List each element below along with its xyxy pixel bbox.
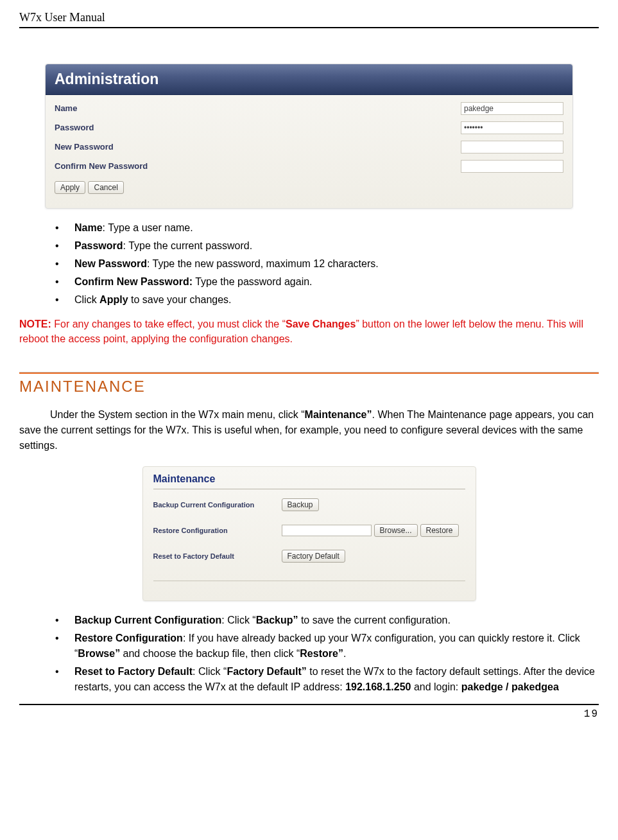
backup-button[interactable]: Backup [282,498,319,511]
confirm-password-label: Confirm New Password [55,161,461,172]
maintenance-bullet-list: Backup Current Configuration: Click “Bac… [55,613,599,695]
maintenance-divider [153,581,465,581]
maintenance-panel: Maintenance Backup Current Configuration… [142,466,476,601]
section-rule [19,372,599,374]
factory-default-label: Reset to Factory Default [153,552,282,561]
confirm-password-input[interactable] [461,160,563,173]
list-item: Name: Type a user name. [55,220,599,236]
page-header: W7x User Manual [19,9,599,28]
list-item: Click Apply to save your changes. [55,292,599,308]
cancel-button[interactable]: Cancel [88,181,123,194]
restore-button[interactable]: Restore [420,524,459,537]
section-title-maintenance: MAINTENANCE [19,376,599,397]
factory-default-button[interactable]: Factory Default [282,550,345,563]
list-item: Backup Current Configuration: Click “Bac… [55,613,599,628]
note-paragraph: NOTE: For any changes to take effect, yo… [19,317,599,346]
administration-panel: Administration Name Password New Passwor… [45,64,573,209]
row-factory-default: Reset to Factory Default Factory Default [153,543,465,569]
row-confirm-password: Confirm New Password [55,157,563,176]
backup-label: Backup Current Configuration [153,500,282,510]
restore-label: Restore Configuration [153,526,282,536]
row-new-password: New Password [55,137,563,157]
list-item: New Password: Type the new password, max… [55,256,599,272]
apply-button[interactable]: Apply [55,181,85,194]
admin-panel-title: Administration [46,64,572,95]
row-name: Name [55,99,563,118]
restore-file-input[interactable] [282,525,372,536]
doc-title: W7x User Manual [19,9,105,26]
name-label: Name [55,103,461,114]
name-input[interactable] [461,102,563,115]
list-item: Password: Type the current password. [55,238,599,254]
maintenance-intro: Under the System section in the W7x main… [19,407,599,453]
password-label: Password [55,122,461,134]
new-password-label: New Password [55,141,461,153]
new-password-input[interactable] [461,141,563,153]
page-number: 19 [19,705,599,722]
list-item: Confirm New Password: Type the password … [55,274,599,290]
browse-button[interactable]: Browse... [374,524,418,537]
password-input[interactable] [461,121,563,134]
row-backup: Backup Current Configuration Backup [153,492,465,518]
maintenance-panel-title: Maintenance [153,471,465,489]
row-restore: Restore Configuration Browse... Restore [153,518,465,543]
list-item: Restore Configuration: If you have alrea… [55,631,599,661]
list-item: Reset to Factory Default: Click “Factory… [55,664,599,695]
row-password: Password [55,118,563,137]
admin-bullet-list: Name: Type a user name. Password: Type t… [55,220,599,308]
